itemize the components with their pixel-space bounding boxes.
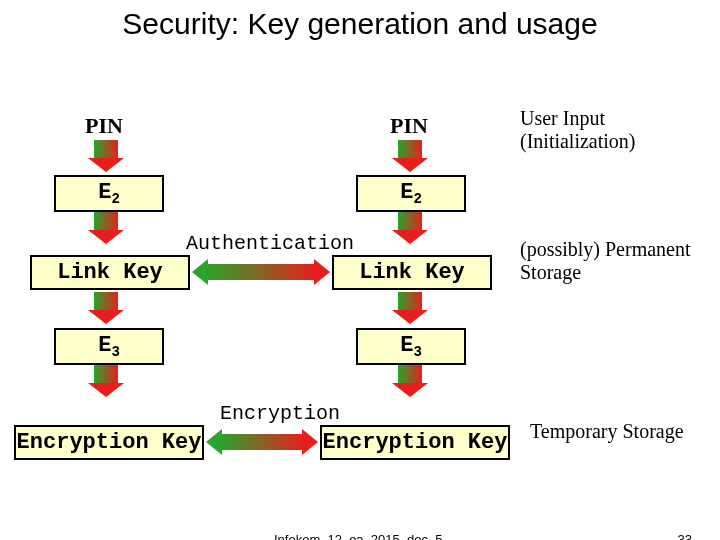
right-pin-label: PIN xyxy=(390,113,428,139)
annot-perm-storage: (possibly) Permanent Storage xyxy=(520,238,700,284)
double-arrow-icon xyxy=(192,264,330,280)
arrow-down-icon xyxy=(398,292,422,324)
arrow-down-icon xyxy=(94,212,118,244)
left-enckey-box: Encryption Key xyxy=(14,425,204,460)
arrow-down-icon xyxy=(398,365,422,397)
arrow-down-icon xyxy=(94,140,118,172)
page-number: 33 xyxy=(678,532,692,540)
annot-user-input: User Input (Initialization) xyxy=(520,107,700,153)
box-label: E xyxy=(98,333,111,358)
annot-temp-storage: Temporary Storage xyxy=(530,420,700,443)
slide-title: Security: Key generation and usage xyxy=(0,0,720,42)
right-e2-box: E2 xyxy=(356,175,466,212)
arrow-down-icon xyxy=(398,212,422,244)
mid-enc-label: Encryption xyxy=(200,402,360,425)
right-e3-box: E3 xyxy=(356,328,466,365)
box-label: E xyxy=(400,333,413,358)
box-sub: 2 xyxy=(111,191,119,207)
box-label: E xyxy=(98,180,111,205)
arrow-down-icon xyxy=(398,140,422,172)
box-label: E xyxy=(400,180,413,205)
mid-auth-label: Authentication xyxy=(170,232,370,255)
left-e2-box: E2 xyxy=(54,175,164,212)
arrow-down-icon xyxy=(94,365,118,397)
arrow-down-icon xyxy=(94,292,118,324)
left-pin-label: PIN xyxy=(85,113,123,139)
box-sub: 2 xyxy=(413,191,421,207)
footer-text: Infokom. 12. ea. 2015. dec. 5. xyxy=(0,532,720,540)
right-enckey-box: Encryption Key xyxy=(320,425,510,460)
box-sub: 3 xyxy=(111,344,119,360)
left-linkkey-box: Link Key xyxy=(30,255,190,290)
box-sub: 3 xyxy=(413,344,421,360)
right-linkkey-box: Link Key xyxy=(332,255,492,290)
double-arrow-icon xyxy=(206,434,318,450)
left-e3-box: E3 xyxy=(54,328,164,365)
